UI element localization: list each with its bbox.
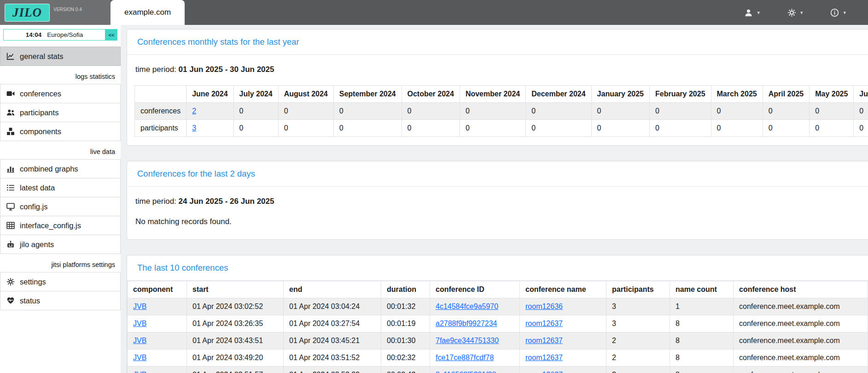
table-cell: JVB: [128, 367, 187, 373]
table-link[interactable]: JVB: [133, 337, 146, 344]
table-cell: 0: [650, 120, 711, 137]
sidebar-item-components[interactable]: components: [0, 122, 121, 141]
sidebar-item-config-js[interactable]: config.js: [0, 197, 121, 216]
table-cell: 8c116568f5201f28: [430, 367, 520, 373]
table-cell: 00:02:32: [381, 349, 430, 367]
table-cell: 0: [810, 120, 854, 137]
card-body-monthly: time period: 01 Jun 2025 - 30 Jun 2025 J…: [127, 55, 868, 145]
table-link[interactable]: 7fae9ce344751330: [436, 337, 499, 344]
table-link[interactable]: room12636: [525, 302, 563, 310]
monitor-icon: [6, 202, 15, 211]
table-cell: conference.meet.example.com: [734, 349, 868, 367]
table-cell: 01 Apr 2024 03:49:20: [187, 349, 284, 367]
column-header: September 2024: [333, 86, 402, 103]
sidebar: 14:04 Europe/Sofia << general statslogs …: [0, 25, 121, 373]
column-header: May 2025: [810, 86, 854, 103]
table-cell: JVB: [128, 298, 187, 315]
sidebar-section-logs-statistics: logs statistics: [0, 66, 121, 84]
column-header: October 2024: [402, 86, 460, 103]
table-cell: conference.meet.example.com: [734, 298, 868, 315]
topbar-brand-area: JILO VERSION 0.4: [0, 0, 111, 25]
info-menu[interactable]: ▾: [830, 8, 846, 17]
column-header: July 2024: [233, 86, 278, 103]
table-link[interactable]: fce17ce887fcdf78: [436, 354, 494, 361]
card-title-monthly-link[interactable]: Conferences monthly stats for the last y…: [137, 37, 299, 47]
gear-icon: [787, 8, 796, 17]
table-link[interactable]: room12637: [525, 354, 563, 361]
table-link[interactable]: JVB: [133, 354, 146, 361]
column-header: component: [128, 281, 187, 298]
card-header-last10: The last 10 conferences: [127, 255, 868, 281]
table-cell: room12637: [520, 315, 606, 332]
column-header: duration: [381, 281, 430, 298]
table-cell: 0: [526, 103, 591, 120]
gear-icon: [6, 278, 15, 286]
jilo-logo[interactable]: JILO: [5, 4, 50, 22]
table-link[interactable]: JVB: [133, 302, 146, 310]
video-icon: [6, 89, 15, 98]
sidebar-item-label: settings: [20, 278, 46, 286]
table-cell: 0: [591, 120, 649, 137]
card-title-last2days-link[interactable]: Conferences for the last 2 days: [137, 169, 255, 178]
sidebar-item-label: general stats: [20, 52, 63, 61]
table-cell: 0: [591, 103, 649, 120]
table-cell: room12636: [520, 298, 606, 315]
table-cell: 0: [278, 120, 333, 137]
column-header: December 2024: [526, 86, 591, 103]
table-link[interactable]: 3: [192, 124, 196, 132]
column-header: end: [284, 281, 381, 298]
sidebar-collapse-button[interactable]: <<: [105, 29, 117, 41]
sidebar-item-status[interactable]: status: [0, 291, 121, 310]
table-link[interactable]: 8c116568f5201f28: [436, 371, 496, 373]
table-link[interactable]: 2: [192, 107, 196, 115]
table-link[interactable]: a2788f9bf9927234: [436, 320, 497, 327]
table-cell: 0: [278, 103, 333, 120]
sidebar-item-latest-data[interactable]: latest data: [0, 178, 121, 197]
settings-menu[interactable]: ▾: [787, 8, 803, 17]
table-link[interactable]: 4c14584fce9a5970: [436, 302, 498, 310]
table-row: JVB01 Apr 2024 03:26:3501 Apr 2024 03:27…: [128, 315, 868, 332]
table-cell: 01 Apr 2024 03:52:39: [284, 367, 381, 373]
table-header-row: June 2024July 2024August 2024September 2…: [135, 86, 868, 103]
table-link[interactable]: room12637: [525, 337, 563, 344]
sidebar-item-conferences[interactable]: conferences: [0, 84, 121, 103]
user-menu[interactable]: ▾: [744, 8, 760, 17]
sidebar-item-combined-graphs[interactable]: combined graphs: [0, 159, 121, 178]
column-header: conference ID: [430, 281, 520, 298]
column-header: name count: [670, 281, 734, 298]
table-cell: 1: [670, 298, 734, 315]
table-link[interactable]: room12637: [525, 371, 563, 373]
table-cell: 0: [460, 120, 525, 137]
table-cell: 00:01:32: [381, 298, 430, 315]
robot-icon: [6, 240, 15, 249]
topbar-menus: ▾▾▾: [744, 0, 868, 25]
column-header: April 2025: [763, 86, 809, 103]
column-header: January 2025: [591, 86, 649, 103]
table-cell: conference.meet.example.com: [734, 332, 868, 349]
table-link[interactable]: room12637: [525, 320, 563, 327]
card-header-monthly: Conferences monthly stats for the last y…: [127, 30, 868, 55]
caret-down-icon: ▾: [843, 10, 846, 16]
column-header: start: [187, 281, 284, 298]
tab-example-com[interactable]: example.com: [111, 0, 185, 25]
table-cell: 8: [670, 332, 734, 349]
table-link[interactable]: JVB: [133, 371, 146, 373]
table-cell: 3: [606, 298, 670, 315]
sidebar-item-participants[interactable]: participants: [0, 103, 121, 122]
table-cell: 0: [526, 120, 591, 137]
monthly-stats-table: June 2024July 2024August 2024September 2…: [134, 85, 868, 137]
column-header: November 2024: [460, 86, 525, 103]
no-records-message: No matching records found.: [135, 217, 861, 226]
table-cell: conferences: [135, 103, 186, 120]
chart-bar-icon: [6, 165, 15, 173]
table-cell: 01 Apr 2024 03:43:51: [187, 332, 284, 349]
sidebar-item-settings[interactable]: settings: [0, 272, 121, 291]
table-cell: participants: [135, 120, 186, 137]
table-cell: 0: [402, 120, 460, 137]
table-header-row: componentstartenddurationconference IDco…: [128, 281, 868, 298]
sidebar-item-interface-config-js[interactable]: interface_config.js: [0, 216, 121, 235]
table-link[interactable]: JVB: [133, 320, 146, 327]
sidebar-item-general-stats[interactable]: general stats: [0, 47, 121, 66]
card-title-last10-link[interactable]: The last 10 conferences: [137, 263, 228, 272]
sidebar-item-jilo-agents[interactable]: jilo agents: [0, 235, 121, 254]
